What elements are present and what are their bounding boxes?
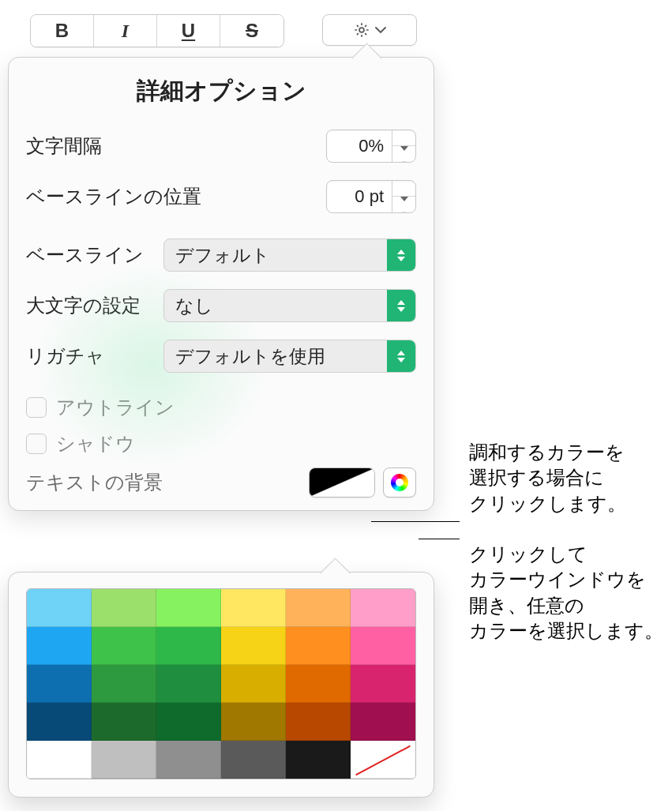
color-swatch[interactable] [27, 741, 92, 779]
baseline-label: ベースライン [26, 242, 144, 268]
ligature-label: リガチャ [26, 344, 105, 369]
color-grid-popover [8, 572, 434, 798]
color-swatch[interactable] [286, 665, 351, 703]
svg-point-0 [359, 28, 364, 32]
color-swatch[interactable] [221, 665, 286, 703]
char-spacing-stepper[interactable]: 0% [326, 130, 416, 163]
color-swatch[interactable] [351, 703, 415, 741]
select-arrows-icon [387, 239, 415, 271]
color-swatch[interactable] [286, 703, 351, 741]
color-swatch[interactable] [156, 589, 221, 627]
caps-select-value: なし [175, 294, 213, 318]
char-spacing-value: 0% [336, 136, 392, 156]
color-swatch[interactable] [27, 703, 92, 741]
color-swatch[interactable] [221, 703, 286, 741]
callout-wheel-text: クリックして カラーウインドウを 開き、任意の カラーを選択します。 [469, 542, 663, 644]
color-swatch[interactable] [221, 741, 286, 779]
color-swatch[interactable] [92, 627, 156, 665]
callout-swatch-text: 調和するカラーを 選択する場合に クリックします。 [469, 440, 626, 516]
advanced-options-panel: 詳細オプション 文字間隔 0% ベースラインの位置 0 pt ベースライン デフ… [8, 57, 434, 511]
baseline-select-value: デフォルト [175, 243, 270, 268]
text-background-label: テキストの背景 [26, 470, 163, 495]
baseline-shift-value: 0 pt [336, 186, 392, 207]
color-swatch[interactable] [286, 741, 351, 779]
callout-leader [371, 521, 460, 522]
text-bg-color-well[interactable] [309, 467, 375, 497]
char-spacing-step-up[interactable] [392, 130, 415, 146]
bold-button[interactable]: B [31, 15, 94, 47]
color-swatch[interactable] [156, 703, 221, 741]
char-spacing-step-down[interactable] [392, 146, 415, 162]
advanced-options-button[interactable] [322, 14, 417, 46]
color-swatch[interactable] [156, 627, 221, 665]
underline-button[interactable]: U [157, 15, 220, 47]
select-arrows-icon [387, 290, 415, 321]
color-swatch[interactable] [92, 665, 156, 703]
color-swatch[interactable] [351, 665, 415, 703]
color-swatch[interactable] [27, 665, 92, 703]
text-style-segment: B I U S [30, 14, 284, 47]
outline-label: アウトライン [56, 395, 175, 420]
ligature-select-value: デフォルトを使用 [175, 344, 325, 369]
color-wheel-icon [391, 474, 408, 491]
baseline-shift-step-up[interactable] [392, 181, 415, 197]
panel-title: 詳細オプション [26, 75, 416, 107]
color-grid [26, 588, 416, 779]
color-swatch-none[interactable] [351, 741, 415, 779]
baseline-select[interactable]: デフォルト [163, 238, 416, 272]
shadow-label: シャドウ [56, 431, 135, 456]
color-swatch[interactable] [92, 589, 156, 627]
strikethrough-button[interactable]: S [220, 15, 283, 47]
char-spacing-label: 文字間隔 [26, 133, 102, 159]
ligature-select[interactable]: デフォルトを使用 [163, 340, 416, 373]
color-swatch[interactable] [286, 627, 351, 665]
callout-leader [419, 539, 460, 539]
color-swatch[interactable] [221, 627, 286, 665]
color-swatch[interactable] [27, 589, 92, 627]
color-swatch[interactable] [92, 741, 156, 779]
baseline-shift-step-down[interactable] [392, 197, 415, 212]
color-swatch[interactable] [92, 703, 156, 741]
select-arrows-icon [387, 340, 415, 372]
color-swatch[interactable] [156, 741, 221, 779]
color-swatch[interactable] [27, 627, 92, 665]
baseline-shift-stepper[interactable]: 0 pt [326, 180, 416, 213]
outline-checkbox[interactable] [26, 397, 47, 418]
shadow-checkbox[interactable] [26, 434, 47, 454]
color-swatch[interactable] [351, 627, 415, 665]
caps-select[interactable]: なし [163, 289, 416, 322]
italic-button[interactable]: I [94, 15, 157, 47]
color-swatch[interactable] [286, 589, 351, 627]
color-picker-button[interactable] [383, 467, 416, 497]
gear-icon [353, 21, 370, 39]
color-swatch[interactable] [156, 665, 221, 703]
color-swatch[interactable] [351, 589, 415, 627]
caps-label: 大文字の設定 [26, 293, 141, 318]
chevron-down-icon [375, 26, 386, 34]
color-swatch[interactable] [221, 589, 286, 627]
baseline-shift-label: ベースラインの位置 [26, 184, 201, 209]
